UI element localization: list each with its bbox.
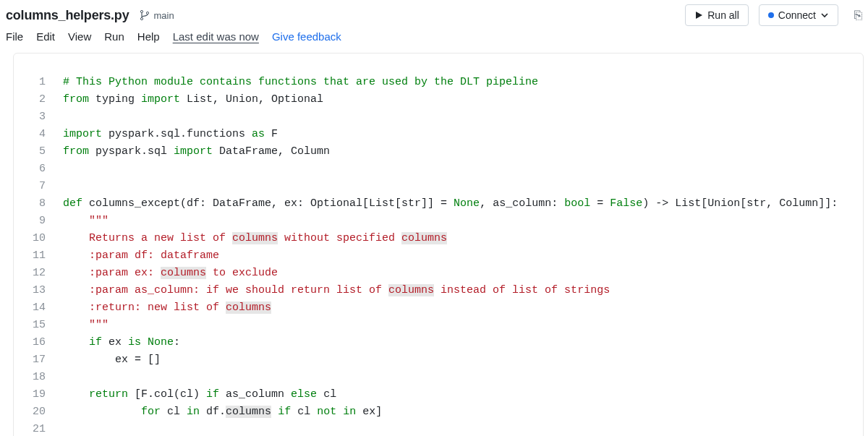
line-number: 4 — [24, 126, 46, 143]
code-line[interactable] — [63, 369, 838, 386]
svg-point-2 — [147, 12, 149, 14]
svg-point-1 — [141, 17, 143, 20]
code-line[interactable] — [63, 161, 838, 178]
code-line[interactable]: if ex is None: — [63, 334, 838, 351]
line-number: 6 — [24, 161, 46, 178]
line-number: 17 — [24, 351, 46, 369]
overflow-icon[interactable]: ⎘ — [854, 8, 862, 23]
connect-button[interactable]: Connect — [759, 4, 838, 26]
line-number: 8 — [24, 195, 46, 213]
line-number-gutter: 123456789101112131415161718192021 — [24, 74, 56, 436]
code-line[interactable]: import pyspark.sql.functions as F — [63, 126, 838, 143]
line-number: 20 — [24, 403, 46, 421]
git-branch-indicator[interactable]: main — [139, 9, 174, 21]
branch-name: main — [153, 10, 174, 21]
line-number: 18 — [24, 369, 46, 386]
line-number: 5 — [24, 143, 46, 161]
line-number: 16 — [24, 334, 46, 351]
file-title: columns_helpers.py — [6, 8, 129, 23]
line-number: 7 — [24, 178, 46, 195]
line-number: 1 — [24, 74, 46, 91]
code-line[interactable]: :param df: dataframe — [63, 247, 838, 265]
code-editor[interactable]: # This Python module contains functions … — [56, 74, 838, 436]
code-line[interactable]: :param ex: columns to exclude — [63, 265, 838, 282]
line-number: 21 — [24, 421, 46, 436]
menu-view[interactable]: View — [68, 30, 91, 43]
svg-point-0 — [141, 10, 143, 12]
run-all-button[interactable]: Run all — [685, 4, 749, 26]
titlebar: columns_helpers.py main Run all Connect … — [0, 0, 868, 26]
code-line[interactable] — [63, 108, 838, 126]
menu-bar: File Edit View Run Help Last edit was no… — [0, 26, 868, 50]
connect-label: Connect — [778, 9, 816, 21]
line-number: 19 — [24, 386, 46, 403]
menu-help[interactable]: Help — [137, 30, 160, 43]
code-line[interactable]: def columns_except(df: DataFrame, ex: Op… — [63, 195, 838, 213]
git-branch-icon — [139, 9, 150, 21]
menu-file[interactable]: File — [6, 30, 23, 43]
code-line[interactable]: ex = [] — [63, 351, 838, 369]
menu-run[interactable]: Run — [104, 30, 124, 43]
code-line[interactable] — [63, 178, 838, 195]
line-number: 9 — [24, 213, 46, 230]
line-number: 11 — [24, 247, 46, 265]
code-line[interactable]: Returns a new list of columns without sp… — [63, 230, 838, 247]
code-line[interactable]: from typing import List, Union, Optional — [63, 91, 838, 108]
code-line[interactable]: return [F.col(cl) if as_column else cl — [63, 386, 838, 403]
code-line[interactable]: """ — [63, 213, 838, 230]
line-number: 14 — [24, 299, 46, 317]
line-number: 15 — [24, 317, 46, 334]
last-edit-link[interactable]: Last edit was now — [173, 30, 259, 43]
line-number: 13 — [24, 282, 46, 299]
line-number: 3 — [24, 108, 46, 126]
notebook-region: 123456789101112131415161718192021 # This… — [13, 53, 864, 436]
menu-edit[interactable]: Edit — [36, 30, 55, 43]
code-line[interactable]: :return: new list of columns — [63, 299, 838, 317]
status-dot-icon — [768, 12, 774, 18]
give-feedback-link[interactable]: Give feedback — [272, 30, 341, 43]
code-cell[interactable]: 123456789101112131415161718192021 # This… — [24, 74, 863, 436]
code-line[interactable]: for cl in df.columns if cl not in ex] — [63, 403, 838, 421]
code-line[interactable]: :param as_column: if we should return li… — [63, 282, 838, 299]
code-line[interactable]: from pyspark.sql import DataFrame, Colum… — [63, 143, 838, 161]
code-line[interactable]: # This Python module contains functions … — [63, 74, 838, 91]
code-line[interactable] — [63, 421, 838, 436]
code-line[interactable]: """ — [63, 317, 838, 334]
line-number: 2 — [24, 91, 46, 108]
line-number: 12 — [24, 265, 46, 282]
play-icon — [694, 11, 703, 20]
run-all-label: Run all — [707, 9, 739, 21]
line-number: 10 — [24, 230, 46, 247]
chevron-down-icon — [820, 11, 829, 20]
